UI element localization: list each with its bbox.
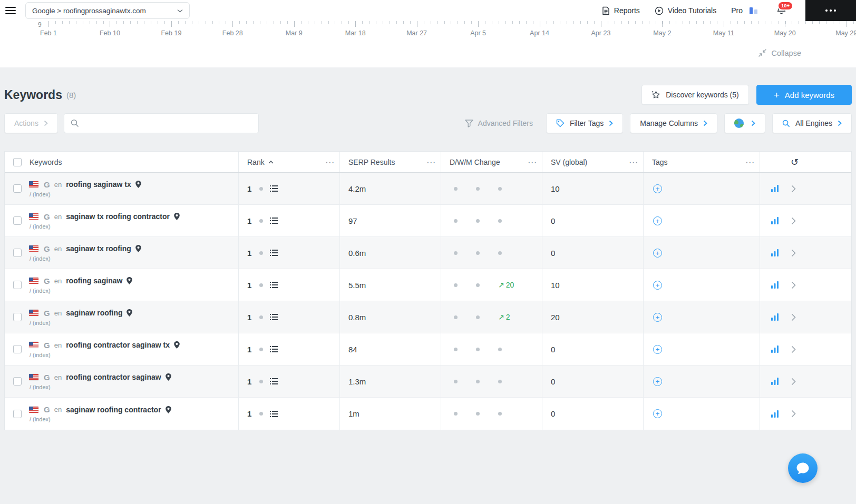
serp-preview-icon[interactable]: [270, 314, 278, 320]
row-expand-chevron[interactable]: [791, 217, 796, 225]
table-row[interactable]: G en roofing saginaw tx / (index) 1 4.2m…: [5, 173, 851, 205]
overflow-menu-button[interactable]: [805, 0, 856, 21]
filter-tags-button[interactable]: Filter Tags: [546, 113, 623, 133]
row-checkbox[interactable]: [13, 184, 22, 193]
table-row[interactable]: G en roofing contractor saginaw tx / (in…: [5, 333, 851, 365]
keyword-graph-icon[interactable]: [771, 345, 779, 353]
column-header-tags[interactable]: Tags ⋯: [643, 152, 760, 172]
advanced-filters-button[interactable]: Advanced Filters: [465, 119, 533, 127]
keyword-graph-icon[interactable]: [771, 217, 779, 224]
add-keywords-button[interactable]: + Add keywords: [756, 85, 852, 105]
keyword-url-link[interactable]: / (index): [30, 416, 171, 422]
table-row[interactable]: G en saginaw tx roofing contractor / (in…: [5, 205, 851, 237]
add-tag-button[interactable]: +: [653, 184, 662, 193]
chat-launcher-button[interactable]: [788, 453, 818, 483]
keyword-text[interactable]: saginaw roofing contractor: [66, 406, 161, 414]
row-checkbox[interactable]: [13, 249, 22, 257]
table-row[interactable]: G en roofing saginaw / (index) 1 5.5m ↗2…: [5, 269, 851, 301]
keyword-graph-icon[interactable]: [771, 185, 779, 192]
column-header-sv-global[interactable]: SV (global) ⋯: [542, 152, 643, 172]
sv-column-label[interactable]: SV (global): [551, 158, 587, 166]
add-tag-button[interactable]: +: [653, 313, 662, 322]
serp-preview-icon[interactable]: [270, 282, 278, 288]
keyword-text[interactable]: roofing contractor saginaw: [66, 373, 161, 381]
serp-preview-icon[interactable]: [270, 346, 278, 352]
column-menu-icon[interactable]: ⋯: [629, 156, 638, 167]
row-expand-chevron[interactable]: [791, 378, 796, 386]
keyword-text[interactable]: roofing contractor saginaw tx: [66, 341, 170, 349]
row-checkbox[interactable]: [13, 281, 22, 289]
video-tutorials-button[interactable]: Video Tutorials: [655, 6, 716, 15]
keyword-search-box[interactable]: [64, 113, 259, 133]
select-all-checkbox[interactable]: [13, 158, 22, 166]
locale-selector-button[interactable]: [724, 113, 765, 133]
table-row[interactable]: G en saginaw tx roofing / (index) 1 0.6m…: [5, 237, 851, 269]
row-checkbox[interactable]: [13, 313, 22, 321]
row-checkbox[interactable]: [13, 345, 22, 353]
notifications-bell-button[interactable]: 10+: [776, 4, 786, 17]
row-expand-chevron[interactable]: [791, 249, 796, 257]
keyword-url-link[interactable]: / (index): [30, 191, 141, 197]
row-expand-chevron[interactable]: [791, 410, 796, 418]
keyword-url-link[interactable]: / (index): [30, 384, 171, 390]
serp-preview-icon[interactable]: [270, 250, 278, 256]
usage-meter-icon[interactable]: [749, 7, 758, 15]
row-checkbox[interactable]: [13, 410, 22, 418]
serp-preview-icon[interactable]: [270, 411, 278, 417]
keyword-graph-icon[interactable]: [771, 410, 779, 418]
table-row[interactable]: G en saginaw roofing contractor / (index…: [5, 398, 851, 430]
serp-preview-icon[interactable]: [270, 218, 278, 224]
reports-button[interactable]: Reports: [602, 6, 640, 15]
keyword-text[interactable]: saginaw tx roofing: [66, 244, 131, 253]
dwm-column-label[interactable]: D/W/M Change: [450, 158, 500, 166]
add-tag-button[interactable]: +: [653, 377, 662, 386]
keyword-text[interactable]: roofing saginaw tx: [66, 180, 131, 189]
add-tag-button[interactable]: +: [653, 249, 662, 258]
serp-preview-icon[interactable]: [270, 378, 278, 384]
row-expand-chevron[interactable]: [791, 281, 796, 289]
keyword-url-link[interactable]: / (index): [30, 352, 180, 358]
add-tag-button[interactable]: +: [653, 216, 662, 225]
table-row[interactable]: G en saginaw roofing / (index) 1 0.8m ↗2…: [5, 301, 851, 333]
keyword-graph-icon[interactable]: [771, 378, 779, 385]
collapse-chart-button[interactable]: Collapse: [758, 48, 801, 57]
keyword-url-link[interactable]: / (index): [30, 255, 141, 262]
keyword-text[interactable]: roofing saginaw: [66, 276, 122, 285]
row-checkbox[interactable]: [13, 377, 22, 386]
keyword-graph-icon[interactable]: [771, 281, 779, 289]
keyword-graph-icon[interactable]: [771, 249, 779, 256]
keyword-url-link[interactable]: / (index): [30, 320, 132, 326]
actions-dropdown-button[interactable]: Actions: [4, 113, 58, 133]
serp-preview-icon[interactable]: [270, 185, 278, 192]
keyword-text[interactable]: saginaw tx roofing contractor: [66, 212, 170, 221]
discover-keywords-button[interactable]: Discover keywords (5): [641, 85, 748, 105]
row-expand-chevron[interactable]: [791, 185, 796, 193]
column-menu-icon[interactable]: ⋯: [426, 156, 435, 167]
column-header-serp-results[interactable]: SERP Results ⋯: [339, 152, 441, 172]
hamburger-menu-icon[interactable]: [5, 7, 16, 15]
table-row[interactable]: G en roofing contractor saginaw / (index…: [5, 365, 851, 398]
keyword-url-link[interactable]: / (index): [30, 288, 132, 294]
search-input[interactable]: [83, 118, 252, 128]
column-menu-icon[interactable]: ⋯: [325, 156, 334, 167]
row-expand-chevron[interactable]: [791, 313, 796, 321]
column-header-dwm-change[interactable]: D/W/M Change ⋯: [441, 152, 542, 172]
project-selector-dropdown[interactable]: Google > roofingprossaginawtx.com: [25, 2, 190, 19]
keywords-column-label[interactable]: Keywords: [30, 158, 62, 166]
keyword-text[interactable]: saginaw roofing: [66, 309, 122, 317]
keyword-graph-icon[interactable]: [771, 313, 779, 321]
column-menu-icon[interactable]: ⋯: [528, 156, 537, 167]
serp-column-label[interactable]: SERP Results: [348, 158, 395, 166]
tags-column-label[interactable]: Tags: [652, 158, 668, 166]
add-tag-button[interactable]: +: [653, 345, 662, 354]
add-tag-button[interactable]: +: [653, 409, 662, 418]
add-tag-button[interactable]: +: [653, 281, 662, 290]
row-checkbox[interactable]: [13, 216, 22, 225]
manage-columns-button[interactable]: Manage Columns: [630, 113, 717, 133]
column-header-rank[interactable]: Rank ⋯: [238, 152, 339, 172]
row-expand-chevron[interactable]: [791, 345, 796, 353]
keyword-url-link[interactable]: / (index): [30, 223, 180, 230]
all-engines-button[interactable]: All Engines: [772, 113, 852, 133]
column-menu-icon[interactable]: ⋯: [745, 156, 754, 167]
rank-column-label[interactable]: Rank: [247, 158, 265, 166]
